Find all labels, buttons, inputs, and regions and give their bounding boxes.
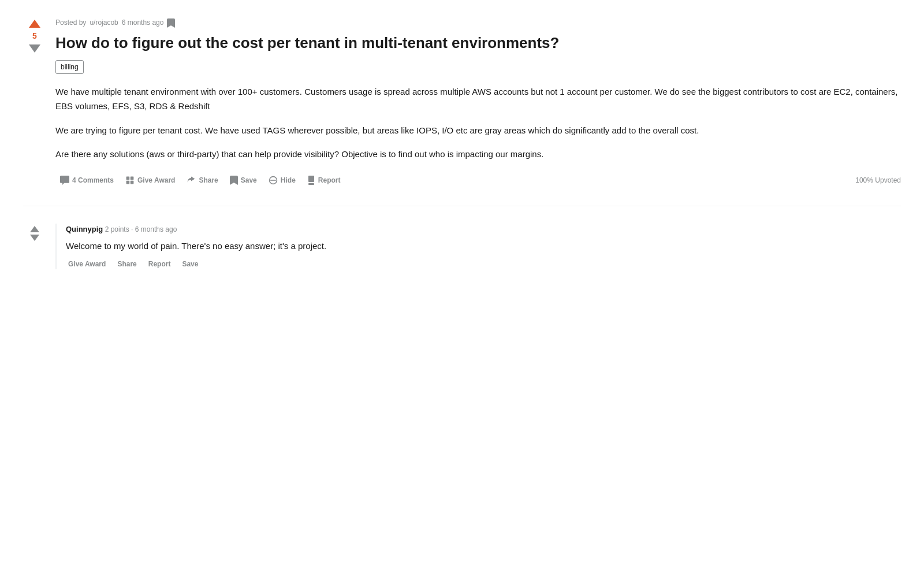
post-section: 5 Posted by u/rojacob 6 months ago How d… [23, 17, 901, 206]
comment-content: Quinnypig 2 points · 6 months ago Welcom… [55, 224, 901, 270]
comments-icon [60, 176, 69, 185]
give-award-label: Give Award [137, 176, 175, 184]
svg-rect-7 [308, 183, 314, 185]
comments-button[interactable]: 4 Comments [55, 172, 118, 188]
bookmark-icon[interactable] [167, 17, 175, 28]
post-vote-count: 5 [32, 30, 37, 42]
post-body: We have multiple tenant environment with… [55, 84, 901, 162]
billing-tag-label: billing [55, 60, 84, 74]
save-icon [230, 176, 238, 185]
comment-report-button[interactable]: Report [146, 259, 173, 269]
post-paragraph-2: We are trying to figure per tenant cost.… [55, 123, 901, 138]
post-title: How do to figure out the cost per tenant… [55, 34, 901, 53]
comment-meta: Quinnypig 2 points · 6 months ago [66, 224, 901, 235]
comment-author: Quinnypig [66, 225, 103, 233]
award-icon [125, 176, 135, 185]
report-label: Report [318, 176, 341, 184]
svg-rect-6 [308, 176, 314, 182]
post-upvote-button[interactable] [29, 20, 40, 28]
post-meta-prefix: Posted by [55, 17, 86, 28]
give-award-button[interactable]: Give Award [121, 172, 180, 188]
upvoted-label: 100% Upvoted [855, 175, 901, 185]
report-button[interactable]: Report [303, 172, 345, 188]
post-meta: Posted by u/rojacob 6 months ago [55, 17, 901, 28]
hide-button[interactable]: Hide [264, 172, 300, 188]
comment-separator: · [131, 225, 135, 233]
comment-upvote-button[interactable] [30, 226, 39, 232]
comments-label: 4 Comments [72, 176, 114, 184]
share-icon [187, 176, 196, 185]
comments-section: Quinnypig 2 points · 6 months ago Welcom… [23, 206, 901, 270]
comment-points: 2 points [105, 225, 129, 233]
svg-rect-0 [126, 176, 130, 180]
comment-downvote-button[interactable] [30, 235, 39, 241]
post-paragraph-1: We have multiple tenant environment with… [55, 84, 901, 114]
post-tag-billing[interactable]: billing [55, 60, 901, 84]
report-icon [307, 176, 315, 185]
share-button[interactable]: Share [182, 172, 222, 188]
svg-rect-2 [126, 181, 130, 184]
hide-label: Hide [281, 176, 296, 184]
post-content: Posted by u/rojacob 6 months ago How do … [55, 17, 901, 188]
comment-time: 6 months ago [135, 225, 177, 233]
post-time: 6 months ago [122, 17, 164, 28]
comment-body: Welcome to my world of pain. There's no … [66, 239, 901, 253]
comment-item: Quinnypig 2 points · 6 months ago Welcom… [23, 224, 901, 270]
comment-share-button[interactable]: Share [115, 259, 139, 269]
page-container: 5 Posted by u/rojacob 6 months ago How d… [0, 0, 924, 298]
post-actions: 4 Comments Give Award [55, 172, 901, 188]
share-label: Share [199, 176, 218, 184]
save-button[interactable]: Save [225, 172, 262, 188]
save-label: Save [241, 176, 257, 184]
post-author[interactable]: u/rojacob [90, 17, 118, 28]
comment-save-button[interactable]: Save [180, 259, 200, 269]
svg-rect-3 [131, 181, 134, 184]
post-paragraph-3: Are there any solutions (aws or third-pa… [55, 147, 901, 162]
hide-icon [269, 176, 278, 185]
svg-rect-1 [131, 176, 134, 180]
comment-give-award-button[interactable]: Give Award [66, 259, 108, 269]
comment-actions: Give Award Share Report Save [66, 259, 901, 269]
post-vote-column: 5 [23, 17, 46, 188]
comment-vote-column [23, 224, 46, 270]
post-downvote-button[interactable] [29, 44, 40, 53]
